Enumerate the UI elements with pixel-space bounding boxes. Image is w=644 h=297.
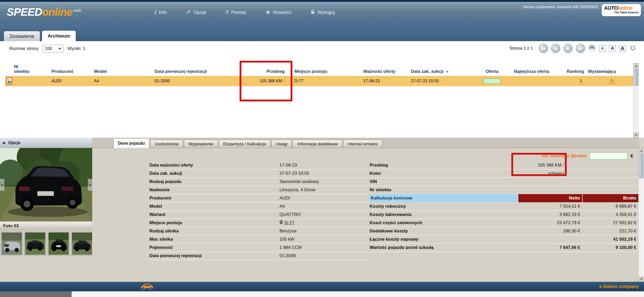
tab-informacje-dodatkowe[interactable]: Informacje dodatkowe [293, 140, 342, 148]
vat-row: VAT nieznany (Brutto) € [541, 152, 633, 160]
cell-nr-obiektu [14, 76, 52, 86]
vehicle-detail-panel: VAT nieznany (Brutto) € Data ważności of… [93, 148, 639, 282]
column-producent[interactable]: Producent [52, 63, 94, 76]
location-link[interactable]: D-77 [285, 220, 294, 225]
nav-wyloguj[interactable]: Wyloguj [310, 9, 335, 15]
tab-zestawienie[interactable]: Zestawienie [4, 31, 40, 41]
results-scrollbar[interactable] [633, 63, 639, 138]
tab-internal-remarks[interactable]: Internal remarks [343, 140, 382, 148]
photo-prev-button[interactable]: < [0, 179, 4, 191]
scroll-down-button[interactable] [633, 133, 639, 138]
tab-wyposazenie[interactable]: Wyposażenie [184, 140, 218, 148]
vat-label: VAT nieznany (Brutto) [541, 153, 587, 159]
thumbnail-2[interactable] [24, 232, 46, 256]
detail-row: NadwozieLimuzyna, 4 Drzwi [149, 186, 368, 194]
thumbnail-1[interactable] [1, 232, 23, 256]
tab-archiwum[interactable]: Archiwum [42, 30, 76, 41]
column-waznosc-oferty[interactable]: Ważność oferty [359, 63, 407, 76]
nav-pomoc[interactable]: ? Pomoc [225, 10, 247, 15]
calc-title: Kalkulacja końcowa [370, 194, 518, 202]
column-data-rejestracji[interactable]: Data pierwszej rejestracji [155, 63, 233, 76]
detail-row: ProducentAUDI [149, 194, 368, 203]
arrow-up-icon [640, 150, 643, 152]
cell-data-zak-aukcji: 27-07-23 10:55 [407, 76, 474, 86]
thumbnail-4[interactable] [71, 232, 93, 256]
column-ranking[interactable]: Ranking [565, 63, 586, 76]
location-pin-icon [279, 220, 283, 226]
column-miejsce-postoju[interactable]: Miejsce postoju [285, 63, 359, 76]
offer-amount-input[interactable] [589, 152, 628, 160]
next-page-button[interactable]: ▶ [563, 44, 573, 53]
nav-nowosci[interactable]: ★ Nowości [266, 10, 292, 15]
nav-opcje[interactable]: Opcje [186, 9, 206, 15]
column-nr-obiektu[interactable]: Nr obiektu [14, 63, 52, 76]
column-oferta[interactable]: Oferta [474, 63, 510, 76]
scrollbar-thumb[interactable] [634, 69, 638, 86]
photo-next-button[interactable]: > [88, 179, 92, 191]
column-model[interactable]: Model [94, 63, 155, 76]
first-page-button[interactable]: ◀ [539, 44, 548, 53]
last-page-button[interactable]: ▶ [576, 44, 585, 53]
options-panel-header[interactable]: ▶ Opcje [0, 138, 93, 148]
column-wystawiajacy[interactable]: Wystawiający [586, 63, 638, 76]
column-najwyzsza-oferta[interactable]: Najwyższa oferta [510, 63, 565, 76]
cell-photo [5, 76, 14, 86]
main-tabs: Zestawienie Archiwum [4, 30, 76, 41]
detail-row: ModelA4 [149, 203, 368, 211]
scroll-up-button[interactable] [633, 63, 639, 68]
main-nav: i Info Opcje ? Pomoc ★ Nowości Wyloguj [155, 2, 335, 23]
oferta-status-box[interactable] [484, 78, 501, 84]
cell-ranking: 1 [565, 76, 586, 86]
speedonline-app: SPEEDonlineweb i Info Opcje ? Pomoc ★ No… [0, 0, 644, 297]
scrollbar-thumb[interactable] [639, 154, 643, 178]
font-size-small-button[interactable]: A [599, 45, 606, 52]
arrow-down-icon [635, 134, 638, 136]
thumbnail-3[interactable] [48, 232, 70, 256]
column-icon [5, 63, 14, 76]
font-size-large-button[interactable]: A [619, 45, 626, 52]
font-size-medium-button[interactable]: A [609, 45, 616, 52]
prev-page-button[interactable]: ◀ [551, 44, 560, 53]
cell-miejsce-postoju: D-77 [285, 76, 359, 86]
detail-row: WariantQUATTRO [149, 211, 368, 219]
column-przebieg[interactable]: Przebieg [233, 63, 285, 76]
detail-row-kolor: Kolor schwarz [370, 170, 638, 178]
arrow-up-icon [635, 65, 638, 67]
autoonline-logo: AUTOonline The Value Experts [602, 4, 641, 16]
scroll-down-button[interactable] [639, 277, 644, 282]
refresh-icon [630, 45, 636, 52]
results-count-label: Wyniki: 1 [67, 46, 85, 51]
tab-ekspertyza-kalkulacja[interactable]: Ekspertyza / Kalkulacja [219, 140, 270, 148]
nav-info[interactable]: i Info [155, 9, 167, 15]
cell-najwyzsza-oferta [510, 76, 565, 86]
table-row[interactable]: AUDI A4 01-2009 105 388 KM! D-77 17-08-2… [5, 76, 638, 86]
calc-row-value-before-damage: Wartość pojazdu przed szkodą7 647,06 €9 … [370, 244, 638, 252]
vehicle-data-left: Data ważności oferty17-08-23 Data zak. a… [149, 161, 368, 260]
results-panel: Rozmiar strony 100 Wyniki: 1 Strona 1 z … [0, 41, 644, 138]
info-icon: i [155, 9, 156, 15]
scroll-up-button[interactable] [639, 148, 644, 153]
print-button[interactable] [588, 45, 596, 52]
footer-bar: a Solera company [0, 282, 644, 291]
sort-descending-icon [446, 71, 449, 73]
vehicle-photo-icon[interactable] [6, 77, 12, 85]
arrow-down-icon [640, 278, 643, 280]
question-icon: ? [225, 10, 229, 15]
tab-dane-pojazdu[interactable]: Dane pojazdu [113, 138, 149, 148]
lock-icon [310, 9, 315, 15]
tab-uszkodzenia[interactable]: Uszkodzenia [150, 140, 183, 148]
column-data-zak-aukcji[interactable]: Data zak. aukcji [407, 63, 474, 76]
results-header-row: Nr obiektu Producent Model Data pierwsze… [5, 63, 638, 76]
page-size-select[interactable]: 100 [43, 45, 63, 53]
top-edge-bar [0, 0, 644, 2]
car-icon [140, 283, 154, 291]
tab-uwagi[interactable]: Uwagi [271, 140, 292, 148]
photo-thumbnails [1, 232, 93, 256]
calc-netto-header: Netto [518, 194, 582, 202]
brand-tagline: The Value Experts [604, 11, 639, 14]
detail-scrollbar[interactable] [638, 148, 644, 282]
vehicle-photo: < > [0, 148, 92, 221]
refresh-button[interactable] [629, 45, 637, 52]
photo-panel: < > Foto 03 [0, 148, 93, 282]
detail-row-miejsce-postoju: Miejsce postoju D-77 [149, 219, 368, 227]
